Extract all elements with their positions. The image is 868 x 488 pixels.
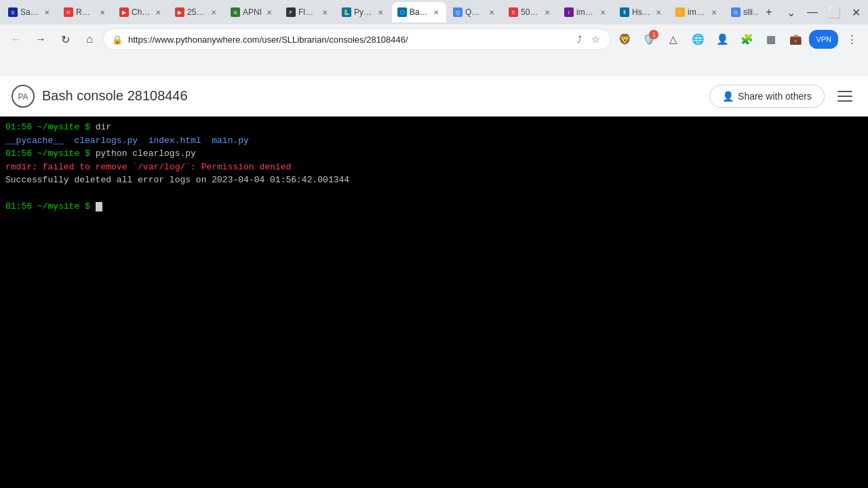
tab-label-hsind: Hs-ind... [632,7,651,17]
tab-label-sllibar: sllibra... [743,7,758,17]
sidebar-toggle-icon[interactable]: ▦ [760,28,782,50]
tab-bar: SSams...✕RREV+P...✕▶Chalith...✕▶25ē...✕A… [0,0,868,24]
tab-favicon-bash: ⬡ [397,7,407,17]
new-tab-button[interactable]: + [760,3,778,22]
tab-favicon-hsind: Ⅱ [620,7,629,17]
share-page-icon[interactable]: ⤴ [572,33,586,46]
wallet-icon[interactable]: 💼 [785,28,806,50]
tab-label-imgbb2: imgbb... [688,7,707,17]
tab-label-apni: APNI [243,7,262,17]
tab-favicon-imgbb: i [564,7,574,17]
page-title: Bash console 28108446 [42,88,188,104]
tab-pytho[interactable]: 🐍Pytho...✕ [336,2,391,22]
url-display: https://www.pythonanywhere.com/user/SLLi… [128,35,567,45]
tab-label-flask: Flask #... [298,7,317,17]
tab-favicon-samsung: S [8,7,18,17]
vpn-icon[interactable]: △ [663,28,684,50]
address-bar-icons: ⤴ ☆ [572,33,602,46]
extensions-icon[interactable]: 🧩 [736,28,757,50]
hamburger-line-1 [837,91,852,92]
share-button-label: Share with others [738,91,812,102]
tab-hsind[interactable]: ⅡHs-ind...✕ [614,2,669,22]
translate-icon[interactable]: 🌐 [687,28,709,50]
terminal[interactable]: 01:56 ~/mysite $ dir __pycache__ clearlo… [0,117,868,488]
brave-shield-icon[interactable]: 🛡️ 1 [638,28,660,50]
tab-favicon-pytho: 🐍 [342,7,351,17]
tab-close-rev[interactable]: ✕ [98,7,107,17]
tab-label-quick: Quicks... [465,7,484,17]
tab-close-pytho[interactable]: ✕ [376,7,385,17]
hamburger-line-3 [837,100,852,102]
share-person-icon: 👤 [722,91,734,102]
tab-flask[interactable]: FFlask #...✕ [281,2,335,22]
tab-close-flask[interactable]: ✕ [320,7,330,17]
lock-icon: 🔒 [112,35,123,45]
tab-bar-actions: + ⌄ — ⬜ ✕ [760,3,865,22]
toolbar-right: 🦁 🛡️ 1 △ 🌐 👤 🧩 ▦ 💼 VPN ⋮ [614,28,863,50]
tab-imgbb2[interactable]: iimgbb...✕ [670,2,724,22]
tab-rev[interactable]: RREV+P...✕ [58,2,113,22]
tab-favicon-apni: A [231,7,240,17]
tab-label-500i: 500 I... [521,7,540,17]
tab-close-chalith[interactable]: ✕ [153,7,163,17]
tab-close-yt[interactable]: ✕ [209,7,218,17]
tab-apni[interactable]: AAPNI✕ [225,2,279,22]
tab-favicon-rev: R [64,7,73,17]
tab-sllibar[interactable]: Gsllibra...✕ [726,2,758,22]
tab-favicon-sllibar: G [731,7,741,17]
menu-button[interactable]: ⋮ [841,28,863,50]
tab-imgbb[interactable]: iimgbb...✕ [559,2,613,22]
tab-favicon-flask: F [286,7,296,17]
minimize-button[interactable]: — [803,3,822,22]
tab-favicon-500i: 5 [509,7,518,17]
share-with-others-button[interactable]: 👤 Share with others [709,85,825,108]
maximize-button[interactable]: ⬜ [825,3,844,22]
tab-yt[interactable]: ▶25ē...✕ [170,2,224,22]
home-button[interactable]: ⌂ [79,28,100,50]
tab-500i[interactable]: 5500 I...✕ [503,2,557,22]
tab-close-apni[interactable]: ✕ [264,7,274,17]
bookmark-icon[interactable]: ☆ [589,33,602,46]
reload-button[interactable]: ↻ [54,28,76,50]
svg-text:PA: PA [18,92,28,102]
address-bar[interactable]: 🔒 https://www.pythonanywhere.com/user/SL… [103,28,611,50]
tab-label-pytho: Pytho... [354,7,373,17]
close-button[interactable]: ✕ [846,3,865,22]
tab-favicon-yt: ▶ [175,7,184,17]
terminal-line-5: Successfully deleted all error logs on 2… [5,174,863,187]
tab-close-imgbb2[interactable]: ✕ [709,7,719,17]
terminal-line-1: 01:56 ~/mysite $ dir [5,121,863,134]
tab-samsung[interactable]: SSams...✕ [3,2,57,22]
tab-favicon-quick: Q [453,7,462,17]
tab-quick[interactable]: QQuicks...✕ [448,2,502,22]
tab-close-quick[interactable]: ✕ [487,7,496,17]
page-logo: PA Bash console 28108446 [11,84,188,108]
extensions-brave-icon[interactable]: 🦁 [614,28,635,50]
tab-close-samsung[interactable]: ✕ [42,7,52,17]
address-bar-row: ← → ↻ ⌂ 🔒 https://www.pythonanywhere.com… [0,24,868,54]
tab-close-500i[interactable]: ✕ [542,7,552,17]
terminal-line-3: 01:56 ~/mysite $ python clearlogs.py [5,147,863,161]
terminal-line-2: __pycache__ clearlogs.py index.html main… [5,134,863,148]
tab-favicon-chalith: ▶ [119,7,129,17]
forward-button[interactable]: → [30,28,52,50]
tab-favicon-imgbb2: i [675,7,685,17]
tab-bash[interactable]: ⬡Bas...✕ [392,2,446,22]
hamburger-line-2 [837,96,852,97]
vpn-label: VPN [816,35,831,43]
page-header: PA Bash console 28108446 👤 Share with ot… [0,76,868,117]
terminal-cursor [96,202,102,211]
shield-badge: 1 [649,30,658,39]
tab-label-chalith: Chalith... [132,7,151,17]
profile-icon[interactable]: 👤 [711,28,733,50]
tab-search-button[interactable]: ⌄ [781,3,800,22]
tab-close-bash[interactable]: ✕ [431,7,441,17]
tab-chalith[interactable]: ▶Chalith...✕ [114,2,168,22]
terminal-line-7: 01:56 ~/mysite $ [5,200,863,214]
tab-close-imgbb[interactable]: ✕ [598,7,608,17]
hamburger-menu-button[interactable] [833,84,857,108]
back-button[interactable]: ← [5,28,27,50]
tab-close-hsind[interactable]: ✕ [654,7,663,17]
vpn-button[interactable]: VPN [809,30,838,49]
tab-label-rev: REV+P... [76,7,95,17]
